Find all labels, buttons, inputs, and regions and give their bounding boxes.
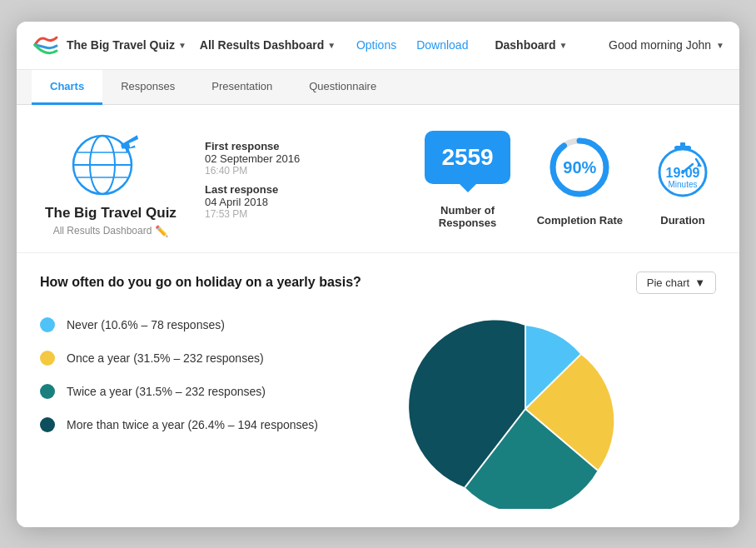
legend-item-twice: Twice a year (31.5% – 232 responses) [40,384,318,399]
dashboard-chevron: ▼ [327,41,336,50]
legend-item-more: More than twice a year (26.4% – 194 resp… [40,417,318,432]
responses-stat: 2559 Number ofResponses [425,131,510,229]
header: The Big Travel Quiz ▼ All Results Dashbo… [17,22,739,70]
completion-stat: 90% Completion Rate [537,134,623,227]
info-section: The Big Travel Quiz All Results Dashboar… [17,105,739,253]
quiz-name: The Big Travel Quiz [45,205,177,222]
chart-type-label: Pie chart [647,276,689,289]
svg-point-11 [680,142,685,147]
duration-time: 19:09 [666,166,700,181]
responses-label: Number ofResponses [439,204,496,229]
legend-text-more: More than twice a year (26.4% – 194 resp… [67,418,318,431]
legend-text-never: Never (10.6% – 78 responses) [67,318,225,331]
last-response-time: 17:53 PM [205,208,338,220]
dashboard-selector-button[interactable]: All Results Dashboard ▼ [200,38,336,52]
quiz-illustration [61,123,161,198]
download-link[interactable]: Download [416,38,468,52]
last-response-block: Last response 04 April 2018 17:53 PM [205,183,338,220]
chart-section: How often do you go on holiday on a year… [17,253,739,527]
chart-header: How often do you go on holiday on a year… [40,272,716,294]
legend-area: Never (10.6% – 78 responses) Once a year… [40,309,318,432]
quiz-title-label: The Big Travel Quiz [67,38,175,52]
greeting-text: Good morning John [609,38,711,52]
last-response-label: Last response [205,183,338,196]
pie-chart-svg [409,309,642,509]
first-response-date: 02 September 2016 [205,152,338,165]
options-link[interactable]: Options [356,38,396,52]
tab-charts[interactable]: Charts [32,70,102,105]
responses-bubble: 2559 [425,131,510,184]
logo-area: The Big Travel Quiz ▼ All Results Dashbo… [32,31,336,59]
response-info: First response 02 September 2016 16:40 P… [205,140,338,220]
header-right: Good morning John ▼ [609,38,724,52]
quiz-title-button[interactable]: The Big Travel Quiz ▼ [67,38,187,52]
legend-item-once: Once a year (31.5% – 232 responses) [40,351,318,366]
first-response-label: First response [205,140,338,152]
completion-circle: 90% [546,134,613,201]
stats-area: 2559 Number ofResponses 90% Completion R… [425,131,716,229]
duration-stat: 19:09 Minutes Duration [649,134,716,227]
last-response-date: 04 April 2018 [205,196,338,208]
legend-item-never: Never (10.6% – 78 responses) [40,317,318,332]
chart-type-chevron: ▼ [694,276,705,289]
tab-responses[interactable]: Responses [102,70,193,105]
first-response-block: First response 02 September 2016 16:40 P… [205,140,338,177]
dashboard-menu-label: Dashboard [495,38,555,52]
duration-label: Duration [660,214,704,227]
quiz-brand: The Big Travel Quiz All Results Dashboar… [40,123,182,237]
completion-label: Completion Rate [537,214,623,227]
pie-area [335,309,716,509]
chart-question: How often do you go on holiday on a year… [40,275,361,290]
completion-value: 90% [563,157,596,177]
chart-type-button[interactable]: Pie chart ▼ [636,272,716,294]
chart-body: Never (10.6% – 78 responses) Once a year… [40,309,716,509]
dashboard-menu-chevron: ▼ [560,41,568,50]
edit-icon[interactable]: ✏️ [155,225,168,237]
dashboard-menu-button[interactable]: Dashboard ▼ [495,38,567,52]
header-nav: Options Download Dashboard ▼ [356,38,568,52]
tabs-bar: Charts Responses Presentation Questionna… [17,70,739,105]
legend-text-once: Once a year (31.5% – 232 responses) [67,351,264,365]
legend-dot-more [40,417,55,432]
legend-text-twice: Twice a year (31.5% – 232 responses) [67,385,266,398]
logo-icon [32,31,60,59]
duration-timer: 19:09 Minutes [649,134,716,201]
tab-questionnaire[interactable]: Questionnaire [291,70,395,105]
duration-unit: Minutes [668,180,697,189]
app-container: The Big Travel Quiz ▼ All Results Dashbo… [17,22,739,527]
legend-dot-never [40,317,55,332]
legend-dot-twice [40,384,55,399]
quiz-sub: All Results Dashboard ✏️ [53,225,169,237]
greeting-chevron[interactable]: ▼ [716,41,724,50]
legend-dot-once [40,351,55,366]
tab-presentation[interactable]: Presentation [193,70,291,105]
dashboard-selector-label: All Results Dashboard [200,38,324,52]
quiz-title-chevron: ▼ [178,41,187,50]
first-response-time: 16:40 PM [205,165,338,177]
